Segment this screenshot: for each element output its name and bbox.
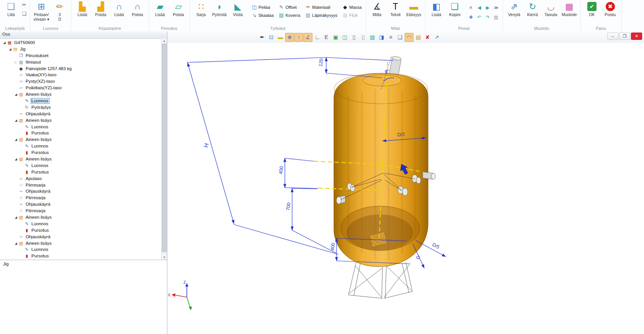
dim-d2-label[interactable]: D/2 [397, 132, 405, 138]
add-coating-button[interactable]: ▰Lisää [151, 1, 169, 18]
tree-item[interactable]: ▷▥Ilmiasut [0, 59, 161, 65]
collapse-icon[interactable]: ◢ [8, 47, 12, 51]
close-button[interactable]: ✕ [631, 33, 642, 40]
concave-button[interactable]: ▧Koverra [277, 11, 302, 19]
fea-button[interactable]: ▦FEA [341, 11, 363, 19]
material-button[interactable]: ✑Materiaali [304, 3, 338, 11]
scroll-up-icon[interactable]: ▲ [162, 38, 167, 43]
collapse-icon[interactable]: ◢ [14, 93, 18, 96]
to-surface-line-button[interactable]: ⊞Pintaan/ viivaan ▾ [32, 1, 51, 22]
tree-item[interactable]: ◉Painopiste 1257.483 kg [0, 65, 161, 72]
add-library-part-button[interactable]: ∩Lisää [110, 1, 128, 18]
collapse-icon[interactable]: ◢ [14, 216, 18, 219]
add-feature-button[interactable]: ▙Lisää [73, 1, 92, 18]
chamfer-button[interactable]: ◣Viistä [229, 1, 247, 18]
dim-d5-label[interactable]: D/5 [432, 242, 441, 250]
surface-trim-icon[interactable]: ▨ [492, 13, 500, 21]
measure-button[interactable]: ∡Mitta [368, 1, 386, 18]
tree-item[interactable]: ✎Luonnos [0, 124, 161, 130]
text-button[interactable]: TTeksti [386, 1, 405, 18]
tree-item[interactable]: ▱Aputaso [0, 175, 161, 182]
drawer-icon[interactable]: ▤ [414, 33, 423, 42]
surface-tool-icon[interactable]: ◠ [405, 33, 414, 42]
ruler-icon[interactable]: ▬ [276, 33, 285, 42]
tree-item[interactable]: ▮Pursotus [0, 149, 161, 156]
mass-button[interactable]: ◆Massa [341, 3, 363, 11]
tree-item[interactable]: ▱Vaaka(XY)-taso [0, 72, 161, 78]
collapse-icon[interactable]: ◢ [2, 41, 7, 44]
tree-item[interactable]: ∼Ohjauskäyrä [0, 201, 161, 208]
dim-700-label[interactable]: 700 [285, 202, 291, 211]
vessel-model[interactable] [334, 73, 428, 267]
tree-item[interactable]: ▮Pursotus [0, 227, 161, 234]
tree-item[interactable]: ∼Ohjauskäyrä [0, 111, 161, 117]
surface-extend-icon[interactable]: ≫ [492, 4, 500, 11]
exit-button[interactable]: ✖Poistu [601, 1, 619, 18]
pin-icon[interactable]: ✒ [258, 33, 266, 42]
maximize-button[interactable]: ❐ [619, 33, 630, 40]
view-shade-icon[interactable]: ▧ [368, 33, 377, 42]
tree-item[interactable]: ✎Luonnos [0, 247, 161, 253]
tree-item[interactable]: ∼Ohjauskäyrä [0, 188, 161, 195]
view-style-icon[interactable]: ▣ [331, 33, 340, 42]
select-target-icon[interactable]: ⊡ [267, 33, 276, 42]
tree-item[interactable]: ∼Ohjauskäyrä [0, 234, 161, 240]
export-view-icon[interactable]: ↗ [432, 33, 441, 42]
tree-scrollbar[interactable]: ▲ ▼ [161, 38, 167, 260]
remove-library-part-button[interactable]: ∩Poista [128, 1, 147, 18]
view-plane-icon[interactable]: ▯ [350, 33, 358, 42]
tree-item[interactable]: ↻Pyöräytys [0, 104, 161, 111]
paste-button[interactable]: ❑Liitä [2, 1, 20, 18]
3d-scene[interactable]: H 120 8° D/2 400 700 400 D/5 D Z X [167, 31, 644, 334]
view-box-icon[interactable]: ◫ [340, 33, 349, 42]
snap-axis-icon[interactable]: ↑ [294, 33, 303, 42]
snap-plane-icon[interactable]: ∟ [313, 33, 322, 42]
tree-item[interactable]: ▮Pursotus [0, 253, 161, 259]
tree-item[interactable]: ▮Pursotus [0, 169, 161, 175]
tree-item[interactable]: ∷Piirresarja [0, 208, 161, 214]
twist-button[interactable]: ↻Kierrä [523, 1, 542, 18]
morph-button[interactable]: ▦Muotoile [560, 1, 579, 18]
surface-move-icon[interactable]: ✚ [467, 13, 475, 21]
scroll-down-icon[interactable]: ▼ [162, 255, 167, 260]
copy-button[interactable]: ❏ [20, 11, 28, 17]
tree-item[interactable]: ◢▧Aineen lisäys [0, 240, 161, 247]
tree-item[interactable]: ✎Luonnos [0, 98, 161, 104]
scrollbar-thumb[interactable] [162, 44, 167, 252]
tree-item[interactable]: ◢▧Aineen lisäys [0, 214, 161, 221]
snap-level-icon[interactable]: E [322, 33, 331, 42]
ok-button[interactable]: ✔OK [583, 1, 601, 18]
tree-item[interactable]: ▮Pursotus [0, 130, 161, 136]
minimize-button[interactable]: – [607, 33, 618, 40]
bend-button[interactable]: ◡Taivuta [542, 1, 560, 18]
add-surface-button[interactable]: ◧Lisää [427, 1, 446, 18]
transparency-button[interactable]: ▨Läpinäkyvyys [304, 11, 338, 19]
view-plane-alt-icon[interactable]: ▯ [359, 33, 368, 42]
layers-icon[interactable]: ❏ [396, 33, 404, 42]
scale-button[interactable]: ↘Skaalaa [250, 11, 275, 19]
dim-120-label[interactable]: 120 [318, 58, 324, 67]
offset-button[interactable]: ✎Offset [277, 3, 302, 11]
tree-item[interactable]: ◢▧Aineen lisäys [0, 117, 161, 124]
stretch-button[interactable]: ⇗Venytä [505, 1, 523, 18]
tree-item[interactable]: ✎Luonnos [0, 162, 161, 169]
viewport[interactable]: H 120 8° D/2 400 700 400 D/5 D Z X ✒⊡▬⊕↑… [167, 31, 644, 334]
tree-item[interactable]: ◢▧Aineen lisäys [0, 156, 161, 162]
tree-item[interactable]: ✎Luonnos [0, 221, 161, 227]
surface-rotate-right-icon[interactable]: ↷ [484, 13, 492, 21]
collapse-icon[interactable]: ◢ [14, 157, 18, 161]
sketch-3d-button[interactable]: ✏3 D [51, 1, 69, 22]
fillet-button[interactable]: ◗Pyöristä [210, 1, 229, 18]
surface-delete-icon[interactable]: ✕ [467, 4, 475, 11]
series-button[interactable]: ∷Sarja [192, 1, 210, 18]
remove-coating-button[interactable]: ▱Poista [169, 1, 188, 18]
snap-point-icon[interactable]: ⊕ [285, 33, 294, 42]
surface-shift-right-icon[interactable]: ▶ [484, 4, 492, 11]
remove-feature-button[interactable]: ▟Poista [92, 1, 110, 18]
tree-item[interactable]: ❐Piirustukset [0, 52, 161, 59]
delete-view-icon[interactable]: ✘ [423, 33, 432, 42]
dim-400-upper-label[interactable]: 400 [278, 166, 284, 174]
surface-rotate-left-icon[interactable]: ↶ [476, 13, 483, 21]
tree-item[interactable]: ◢▧Aineen lisäys [0, 91, 161, 98]
tree-item[interactable]: ∷Piirresarja [0, 195, 161, 201]
